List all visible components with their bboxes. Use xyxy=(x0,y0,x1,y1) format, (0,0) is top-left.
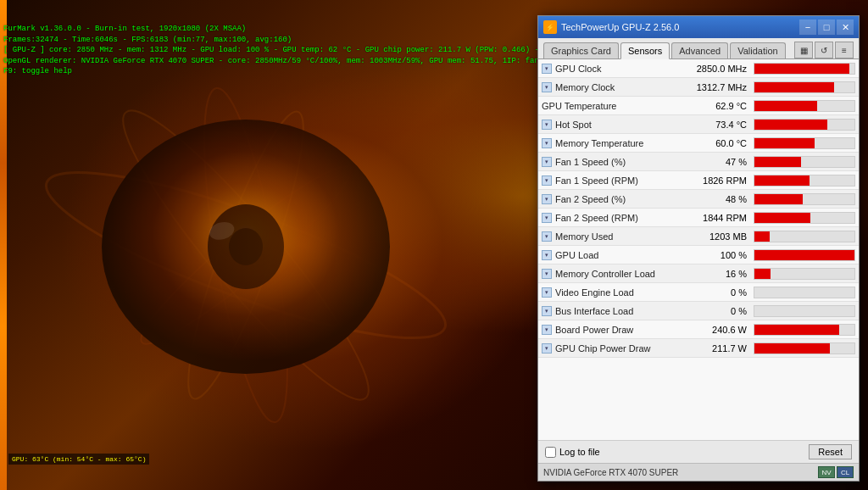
sensor-bar-5 xyxy=(754,157,801,167)
sensor-dropdown-4[interactable]: ▾ xyxy=(542,138,552,148)
sensor-value-5: 47 % xyxy=(682,157,754,167)
sensor-dropdown-12[interactable]: ▾ xyxy=(542,287,552,298)
sensor-value-4: 60.0 °C xyxy=(682,138,754,148)
sensor-dropdown-10[interactable]: ▾ xyxy=(542,250,552,260)
gpuz-maximize-button[interactable]: □ xyxy=(818,19,835,35)
sensor-name-4: ▾Memory Temperature xyxy=(542,138,682,148)
sensor-name-3: ▾Hot Spot xyxy=(542,120,682,130)
furmark-graph-label: GPU: 63°C (min: 54°C - max: 65°C) xyxy=(8,454,149,465)
gpu-name-status: NVIDIA GeForce RTX 4070 SUPER xyxy=(543,468,678,477)
sensor-dropdown-8[interactable]: ▾ xyxy=(542,213,552,223)
tab-advanced[interactable]: Advanced xyxy=(671,42,728,58)
sensor-bar-14 xyxy=(754,325,839,335)
nvidia-status-icon: NV xyxy=(818,466,835,478)
sensor-name-7: ▾Fan 2 Speed (%) xyxy=(542,194,682,204)
sensor-value-2: 62.9 °C xyxy=(682,101,754,111)
tab-validation[interactable]: Validation xyxy=(730,42,786,58)
sensor-dropdown-3[interactable]: ▾ xyxy=(542,120,552,130)
toolbar-settings-button[interactable]: ≡ xyxy=(835,42,854,58)
sensor-bar-container-6 xyxy=(754,175,855,187)
sensor-row-11: ▾Memory Controller Load16 % xyxy=(538,264,859,283)
sensor-bar-container-0 xyxy=(754,63,855,75)
sensor-row-0: ▾GPU Clock2850.0 MHz xyxy=(538,59,859,78)
log-to-file-checkbox[interactable] xyxy=(545,447,556,458)
gpuz-window: ⚡ TechPowerUp GPU-Z 2.56.0 − □ ✕ Graphic… xyxy=(537,15,860,482)
statusbar-icons: NV CL xyxy=(818,466,854,478)
sensor-name-11: ▾Memory Controller Load xyxy=(542,269,682,279)
sensor-dropdown-9[interactable]: ▾ xyxy=(542,231,552,242)
sensor-name-6: ▾Fan 1 Speed (RPM) xyxy=(542,175,682,186)
sensor-bar-container-5 xyxy=(754,156,855,168)
sensor-dropdown-6[interactable]: ▾ xyxy=(542,175,552,186)
sensor-name-13: ▾Bus Interface Load xyxy=(542,306,682,316)
sensor-bar-container-3 xyxy=(754,119,855,131)
sensor-dropdown-11[interactable]: ▾ xyxy=(542,269,552,279)
toolbar-grid-button[interactable]: ▦ xyxy=(794,42,813,58)
sensor-bar-container-10 xyxy=(754,249,855,261)
toolbar-refresh-button[interactable]: ↺ xyxy=(815,42,833,58)
sensor-row-5: ▾Fan 1 Speed (%)47 % xyxy=(538,153,859,171)
sensor-row-6: ▾Fan 1 Speed (RPM)1826 RPM xyxy=(538,171,859,190)
gpuz-icon: ⚡ xyxy=(543,20,557,34)
sensor-row-7: ▾Fan 2 Speed (%)48 % xyxy=(538,190,859,209)
sensor-row-10: ▾GPU Load100 % xyxy=(538,246,859,264)
sensor-dropdown-15[interactable]: ▾ xyxy=(542,343,552,354)
sensor-value-1: 1312.7 MHz xyxy=(682,82,754,92)
reset-button[interactable]: Reset xyxy=(809,444,852,459)
sensor-row-4: ▾Memory Temperature60.0 °C xyxy=(538,134,859,153)
sensor-bar-container-11 xyxy=(754,268,855,280)
sensor-dropdown-14[interactable]: ▾ xyxy=(542,325,552,335)
sensor-bar-container-13 xyxy=(754,305,855,317)
gpuz-close-button[interactable]: ✕ xyxy=(837,19,854,35)
sensor-dropdown-7[interactable]: ▾ xyxy=(542,194,552,204)
sensor-name-8: ▾Fan 2 Speed (RPM) xyxy=(542,213,682,223)
sensor-bar-container-7 xyxy=(754,193,855,205)
sensor-name-12: ▾Video Engine Load xyxy=(542,287,682,298)
sensor-value-9: 1203 MB xyxy=(682,231,754,242)
gpuz-titlebar: ⚡ TechPowerUp GPU-Z 2.56.0 − □ ✕ xyxy=(538,16,859,38)
sensor-bar-container-12 xyxy=(754,287,855,298)
sensor-bar-8 xyxy=(754,213,810,223)
sensor-value-3: 73.4 °C xyxy=(682,120,754,130)
sensor-row-2: GPU Temperature62.9 °C xyxy=(538,97,859,115)
sensor-dropdown-1[interactable]: ▾ xyxy=(542,82,552,92)
sensor-dropdown-13[interactable]: ▾ xyxy=(542,306,552,316)
sensor-bar-container-9 xyxy=(754,231,855,242)
log-to-file-label: Log to file xyxy=(559,447,600,457)
gpuz-title: TechPowerUp GPU-Z 2.56.0 xyxy=(561,22,679,32)
sensor-row-3: ▾Hot Spot73.4 °C xyxy=(538,115,859,134)
sensor-row-14: ▾Board Power Draw240.6 W xyxy=(538,320,859,339)
sensor-bar-container-8 xyxy=(754,212,855,224)
opencl-status-icon: CL xyxy=(837,466,854,478)
sensor-bar-4 xyxy=(754,138,815,148)
sensor-name-14: ▾Board Power Draw xyxy=(542,325,682,335)
sensor-bar-1 xyxy=(754,82,834,92)
sensor-name-1: ▾Memory Clock xyxy=(542,82,682,92)
gpuz-titlebar-left: ⚡ TechPowerUp GPU-Z 2.56.0 xyxy=(543,20,679,34)
gpuz-minimize-button[interactable]: − xyxy=(799,19,816,35)
sensor-value-7: 48 % xyxy=(682,194,754,204)
sensor-value-11: 16 % xyxy=(682,269,754,279)
svg-point-7 xyxy=(229,228,263,265)
sensor-value-6: 1826 RPM xyxy=(682,175,754,186)
sensor-bar-3 xyxy=(754,120,827,130)
sensor-value-10: 100 % xyxy=(682,250,754,260)
sensor-bar-container-2 xyxy=(754,100,855,112)
sensor-value-12: 0 % xyxy=(682,287,754,298)
gpuz-footer: Log to file Reset xyxy=(538,440,859,463)
sensor-dropdown-5[interactable]: ▾ xyxy=(542,157,552,167)
sensor-name-0: ▾GPU Clock xyxy=(542,64,682,74)
sensors-list: ▾GPU Clock2850.0 MHz▾Memory Clock1312.7 … xyxy=(538,59,859,440)
sensor-dropdown-0[interactable]: ▾ xyxy=(542,64,552,74)
sensor-name-5: ▾Fan 1 Speed (%) xyxy=(542,157,682,167)
sensor-bar-11 xyxy=(754,269,771,279)
sensor-bar-container-4 xyxy=(754,137,855,149)
sensor-bar-7 xyxy=(754,194,803,204)
log-to-file-control: Log to file xyxy=(545,447,600,458)
sensor-row-1: ▾Memory Clock1312.7 MHz xyxy=(538,78,859,97)
sensor-name-2: GPU Temperature xyxy=(542,101,682,111)
tab-sensors[interactable]: Sensors xyxy=(620,42,670,59)
gpuz-statusbar: NVIDIA GeForce RTX 4070 SUPER NV CL xyxy=(538,463,859,481)
tab-graphics-card[interactable]: Graphics Card xyxy=(543,42,619,58)
sensor-value-13: 0 % xyxy=(682,306,754,316)
